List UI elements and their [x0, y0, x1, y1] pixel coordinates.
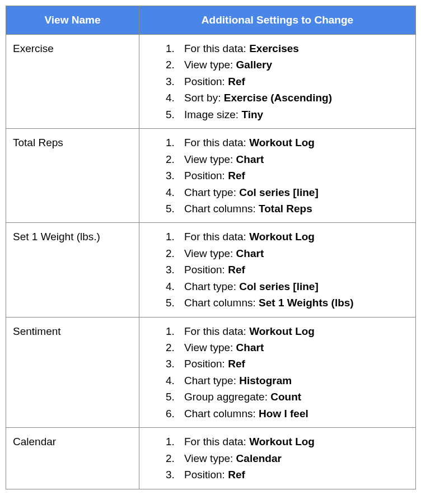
setting-value: Total Reps	[259, 203, 312, 214]
table-row: Total RepsFor this data: Workout LogView…	[6, 129, 416, 223]
settings-list-item: Chart columns: How I feel	[177, 405, 409, 422]
setting-value: How I feel	[259, 408, 308, 419]
table-row: CalendarFor this data: Workout LogView t…	[6, 428, 416, 489]
settings-list-item: Position: Ref	[177, 73, 409, 90]
settings-list: For this data: Workout LogView type: Cha…	[139, 228, 409, 311]
settings-list-item: For this data: Exercises	[177, 40, 409, 57]
view-name-cell: Calendar	[6, 428, 139, 489]
settings-list-item: For this data: Workout Log	[177, 134, 409, 151]
setting-value: Chart	[236, 342, 264, 353]
settings-list-item: Position: Ref	[177, 167, 409, 184]
setting-value: Histogram	[239, 375, 292, 386]
setting-label: Chart type:	[184, 375, 236, 386]
setting-label: View type:	[184, 153, 233, 165]
setting-label: Group aggregate:	[184, 391, 268, 403]
setting-value: Count	[270, 391, 301, 403]
view-name-cell: Total Reps	[6, 129, 139, 223]
settings-list-item: View type: Chart	[177, 339, 409, 356]
table-row: SentimentFor this data: Workout LogView …	[6, 317, 416, 428]
table-header-row: View Name Additional Settings to Change	[6, 6, 416, 35]
setting-label: Chart type:	[184, 281, 236, 292]
setting-label: View type:	[184, 342, 233, 353]
settings-cell: For this data: Workout LogView type: Cha…	[139, 317, 416, 428]
setting-label: Position:	[184, 358, 225, 370]
setting-value: Workout Log	[249, 231, 315, 242]
settings-list-item: For this data: Workout Log	[177, 323, 409, 339]
view-name-cell: Sentiment	[6, 317, 139, 428]
setting-value: Col series [line]	[239, 186, 319, 198]
table-row: ExerciseFor this data: ExercisesView typ…	[6, 35, 416, 129]
setting-value: Ref	[228, 469, 245, 480]
settings-list-item: For this data: Workout Log	[177, 228, 409, 245]
setting-label: Chart columns:	[184, 297, 256, 309]
setting-label: Chart type:	[184, 186, 236, 198]
view-name-cell: Exercise	[6, 35, 139, 129]
setting-value: Gallery	[236, 59, 272, 71]
settings-list: For this data: Workout LogView type: Cha…	[139, 134, 409, 217]
setting-label: Position:	[184, 264, 225, 276]
settings-cell: For this data: Workout LogView type: Cha…	[139, 223, 416, 317]
setting-value: Set 1 Weights (lbs)	[259, 297, 354, 309]
setting-label: View type:	[184, 248, 233, 259]
settings-list-item: View type: Calendar	[177, 450, 409, 466]
settings-cell: For this data: ExercisesView type: Galle…	[139, 35, 416, 129]
header-view-name: View Name	[6, 6, 139, 35]
settings-list-item: Group aggregate: Count	[177, 389, 409, 405]
settings-list-item: Chart columns: Total Reps	[177, 200, 409, 217]
settings-list-item: Chart type: Histogram	[177, 372, 409, 389]
settings-list-item: Chart type: Col series [line]	[177, 184, 409, 200]
setting-label: For this data:	[184, 325, 246, 337]
setting-value: Chart	[236, 248, 264, 259]
settings-list-item: Image size: Tiny	[177, 106, 409, 123]
setting-value: Workout Log	[249, 325, 315, 337]
settings-list-item: View type: Chart	[177, 245, 409, 262]
setting-value: Ref	[228, 358, 245, 370]
setting-value: Calendar	[236, 452, 282, 464]
settings-list-item: Position: Ref	[177, 466, 409, 483]
setting-label: View type:	[184, 452, 233, 464]
setting-value: Tiny	[241, 109, 263, 120]
setting-label: For this data:	[184, 436, 246, 447]
settings-list-item: Chart type: Col series [line]	[177, 278, 409, 295]
settings-list-item: Position: Ref	[177, 262, 409, 278]
settings-list: For this data: Workout LogView type: Cal…	[139, 433, 409, 483]
settings-list-item: Sort by: Exercise (Ascending)	[177, 90, 409, 106]
setting-label: Chart columns:	[184, 408, 256, 419]
settings-list-item: View type: Gallery	[177, 57, 409, 73]
setting-value: Chart	[236, 153, 264, 165]
setting-label: Chart columns:	[184, 203, 256, 214]
settings-cell: For this data: Workout LogView type: Cal…	[139, 428, 416, 489]
settings-list: For this data: ExercisesView type: Galle…	[139, 40, 409, 123]
setting-label: Position:	[184, 170, 225, 181]
setting-value: Exercises	[249, 43, 299, 54]
settings-cell: For this data: Workout LogView type: Cha…	[139, 129, 416, 223]
setting-label: For this data:	[184, 231, 246, 242]
settings-list-item: Position: Ref	[177, 356, 409, 372]
settings-list-item: Chart columns: Set 1 Weights (lbs)	[177, 295, 409, 311]
setting-value: Workout Log	[249, 436, 315, 447]
setting-label: Image size:	[184, 109, 238, 120]
setting-label: Position:	[184, 469, 225, 480]
settings-list-item: For this data: Workout Log	[177, 433, 409, 450]
setting-value: Workout Log	[249, 137, 315, 148]
setting-label: Sort by:	[184, 92, 221, 104]
setting-label: For this data:	[184, 137, 246, 148]
setting-label: View type:	[184, 59, 233, 71]
settings-table: View Name Additional Settings to Change …	[6, 6, 416, 489]
table-row: Set 1 Weight (lbs.)For this data: Workou…	[6, 223, 416, 317]
setting-value: Ref	[228, 264, 245, 276]
view-name-cell: Set 1 Weight (lbs.)	[6, 223, 139, 317]
header-settings: Additional Settings to Change	[139, 6, 416, 35]
setting-value: Ref	[228, 170, 245, 181]
setting-label: For this data:	[184, 43, 246, 54]
setting-value: Col series [line]	[239, 281, 319, 292]
setting-label: Position:	[184, 76, 225, 87]
setting-value: Exercise (Ascending)	[224, 92, 332, 104]
settings-list-item: View type: Chart	[177, 151, 409, 167]
settings-list: For this data: Workout LogView type: Cha…	[139, 323, 409, 422]
setting-value: Ref	[228, 76, 245, 87]
